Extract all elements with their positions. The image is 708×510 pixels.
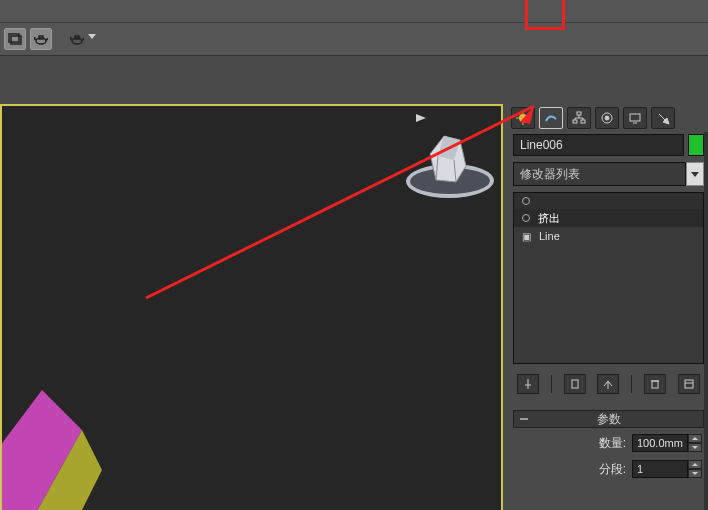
- ribbon-space: [0, 56, 708, 104]
- command-panel: 修改器列表 挤出 ▣ Line 参数 数量:: [505, 104, 708, 510]
- separator: [551, 375, 552, 393]
- tab-modify[interactable]: [539, 107, 563, 129]
- panel-scrollbar[interactable]: [704, 132, 708, 510]
- tab-motion[interactable]: [595, 107, 619, 129]
- stack-item-line[interactable]: ▣ Line: [514, 227, 703, 245]
- segments-spinner[interactable]: [632, 460, 702, 478]
- parameters-rollout: 参数 数量: 分段:: [513, 410, 704, 480]
- modifier-stack[interactable]: 挤出 ▣ Line: [513, 192, 704, 364]
- modifier-list-combo[interactable]: 修改器列表: [513, 162, 686, 186]
- object-name-row: [505, 132, 708, 160]
- spin-up-icon[interactable]: [688, 460, 702, 469]
- stack-item-label: Line: [539, 230, 560, 242]
- segments-input[interactable]: [632, 460, 688, 478]
- tab-create[interactable]: [511, 107, 535, 129]
- spin-down-icon[interactable]: [688, 469, 702, 478]
- svg-rect-20: [577, 112, 581, 115]
- svg-rect-25: [630, 114, 640, 121]
- show-end-result-button[interactable]: [564, 374, 586, 394]
- svg-rect-31: [685, 380, 693, 388]
- expand-icon[interactable]: ▣: [522, 231, 531, 242]
- separator: [631, 375, 632, 393]
- pin-stack-button[interactable]: [517, 374, 539, 394]
- param-amount-row: 数量:: [513, 432, 704, 454]
- rollout-title: 参数: [597, 411, 621, 428]
- spin-down-icon[interactable]: [688, 443, 702, 452]
- amount-spinner[interactable]: [632, 434, 702, 452]
- modifier-list-row: 修改器列表: [505, 160, 708, 186]
- svg-rect-29: [652, 381, 658, 388]
- scene-object-bottom-left: [0, 350, 122, 510]
- command-panel-tabs: [505, 104, 708, 132]
- svg-rect-22: [581, 120, 585, 123]
- param-segments-row: 分段:: [513, 458, 704, 480]
- stack-toolbar: [513, 372, 704, 396]
- segments-label: 分段:: [599, 461, 626, 478]
- object-color-swatch[interactable]: [688, 134, 704, 156]
- rollout-header[interactable]: 参数: [513, 410, 704, 428]
- toolbar-separator: [0, 22, 708, 23]
- amount-input[interactable]: [632, 434, 688, 452]
- svg-point-24: [605, 116, 609, 120]
- teapot-tool-icon[interactable]: [30, 28, 52, 50]
- make-unique-button[interactable]: [597, 374, 619, 394]
- svg-point-15: [519, 114, 527, 122]
- annotation-red-box: [525, 0, 565, 30]
- amount-label: 数量:: [599, 435, 626, 452]
- tab-display[interactable]: [623, 107, 647, 129]
- modifier-list-drop-icon[interactable]: [686, 162, 704, 186]
- stack-item-label: 挤出: [538, 211, 560, 226]
- viewport[interactable]: [0, 104, 503, 510]
- collapse-icon: [520, 418, 528, 420]
- spin-up-icon[interactable]: [688, 434, 702, 443]
- object-name-input[interactable]: [513, 134, 684, 156]
- eye-icon: [522, 197, 530, 205]
- scene-pillar-object: [426, 130, 470, 184]
- tab-utilities[interactable]: [651, 107, 675, 129]
- scene-flag-icon: [416, 114, 426, 122]
- svg-rect-21: [573, 120, 577, 123]
- top-toolbar: [0, 0, 708, 56]
- layer-tool-icon[interactable]: [4, 28, 26, 50]
- remove-modifier-button[interactable]: [644, 374, 666, 394]
- teapot-dropdown-icon[interactable]: [66, 28, 88, 50]
- dropdown-triangle-icon: [88, 34, 96, 39]
- tab-hierarchy[interactable]: [567, 107, 591, 129]
- eye-icon[interactable]: [522, 214, 530, 222]
- svg-rect-27: [572, 380, 578, 388]
- stack-header: [514, 193, 703, 209]
- configure-sets-button[interactable]: [678, 374, 700, 394]
- stack-item-extrude[interactable]: 挤出: [514, 209, 703, 227]
